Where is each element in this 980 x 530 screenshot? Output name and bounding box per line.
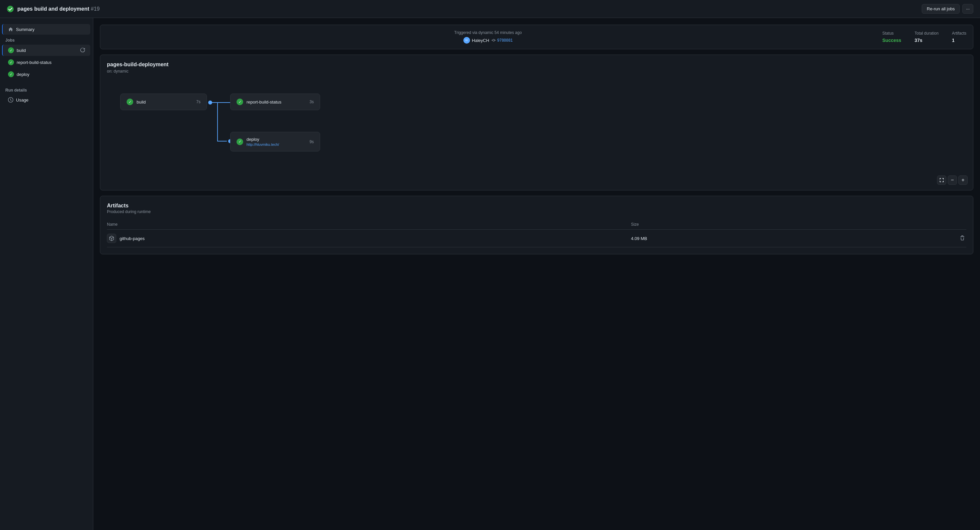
- triggered-label: Triggered via dynamic 54 minutes ago: [454, 30, 522, 35]
- summary-label: Summary: [16, 27, 35, 32]
- rerun-button[interactable]: Re-run all jobs: [922, 4, 960, 14]
- report-node-check: ✓: [237, 98, 243, 105]
- build-status-icon: ✓: [8, 47, 14, 53]
- build-node-check: ✓: [127, 98, 133, 105]
- artifacts-table-header: Name Size: [107, 219, 966, 230]
- artifacts-table: Name Size: [107, 219, 966, 248]
- home-icon: [8, 27, 13, 32]
- deploy-node-time: 9s: [309, 140, 314, 144]
- sidebar-item-summary[interactable]: Summary: [2, 24, 90, 35]
- deploy-node-check: ✓: [237, 138, 243, 145]
- delete-artifact-button[interactable]: [958, 234, 966, 243]
- success-icon: [7, 5, 14, 13]
- duration-value: 37s: [915, 38, 939, 43]
- col-size-header: Size: [631, 219, 855, 230]
- flow-node-deploy[interactable]: ✓ deploy http://hluvmiku.tech/ 9s: [230, 132, 320, 151]
- flow-node-report[interactable]: ✓ report-build-status 3s: [230, 94, 320, 110]
- expand-button[interactable]: [937, 175, 947, 185]
- sidebar-item-deploy[interactable]: ✓ deploy: [3, 68, 90, 80]
- artifact-name-cell: github-pages: [107, 230, 631, 248]
- expand-icon: [939, 178, 944, 182]
- artifacts-count-value: 1: [952, 38, 966, 43]
- status-value: Success: [882, 38, 901, 43]
- table-row: github-pages 4.09 MB: [107, 230, 966, 248]
- zoom-out-button[interactable]: −: [948, 175, 957, 185]
- artifact-actions-cell: [855, 230, 966, 248]
- flow-panel-title: pages-build-deployment: [107, 62, 966, 68]
- duration-section: Total duration 37s: [915, 31, 939, 43]
- sidebar-item-report-label: report-build-status: [17, 60, 52, 65]
- artifacts-subtitle: Produced during runtime: [107, 209, 966, 214]
- status-label: Status: [882, 31, 901, 36]
- sidebar-item-deploy-label: deploy: [17, 72, 29, 77]
- report-status-icon: ✓: [8, 59, 14, 65]
- sidebar: Summary Jobs ✓ build ✓ report-build-stat…: [0, 18, 93, 530]
- sidebar-item-report-build-status[interactable]: ✓ report-build-status: [3, 57, 90, 68]
- artifact-name-row: github-pages: [107, 234, 631, 243]
- build-node-time: 7s: [196, 100, 200, 104]
- build-connector-dot: [208, 100, 212, 105]
- refresh-svg: [80, 48, 85, 52]
- col-actions-header: [855, 219, 966, 230]
- artifact-icon: [107, 234, 116, 243]
- trash-icon: [960, 235, 965, 241]
- artifacts-table-body: github-pages 4.09 MB: [107, 230, 966, 248]
- artifacts-title: Artifacts: [107, 203, 966, 209]
- sidebar-item-build[interactable]: ✓ build: [2, 44, 90, 56]
- zoom-in-button[interactable]: +: [958, 175, 968, 185]
- artifact-size: 4.09 MB: [631, 236, 647, 241]
- zoom-controls: − +: [937, 175, 968, 185]
- status-section: Status Success: [882, 31, 901, 43]
- flow-diagram: ✓ build 7s ✓ report-build-status 3s ✓: [107, 80, 966, 180]
- svg-point-0: [7, 6, 14, 12]
- trigger-section: Triggered via dynamic 54 minutes ago H H…: [107, 30, 869, 44]
- clock-icon: [8, 97, 13, 103]
- actor-name: HaleyCH: [472, 38, 489, 43]
- usage-label: Usage: [16, 98, 29, 103]
- duration-label: Total duration: [915, 31, 939, 36]
- flow-node-build[interactable]: ✓ build 7s: [120, 94, 207, 110]
- minus-icon: −: [951, 178, 954, 183]
- commit-icon: [492, 38, 496, 43]
- artifacts-panel: Artifacts Produced during runtime Name S…: [100, 196, 973, 254]
- refresh-icon[interactable]: [80, 48, 85, 53]
- build-node-label: build: [137, 100, 193, 105]
- info-bar: Triggered via dynamic 54 minutes ago H H…: [100, 25, 973, 49]
- report-node-time: 3s: [309, 100, 314, 104]
- artifact-box-icon: [109, 236, 114, 241]
- commit-hash: 9788881: [497, 38, 513, 43]
- artifact-name: github-pages: [119, 236, 145, 241]
- layout: Summary Jobs ✓ build ✓ report-build-stat…: [0, 18, 980, 530]
- artifact-size-cell: 4.09 MB: [631, 230, 855, 248]
- artifacts-count-label: Artifacts: [952, 31, 966, 36]
- sidebar-item-usage[interactable]: Usage: [3, 95, 90, 105]
- header-left: pages build and deployment #19: [7, 5, 100, 13]
- deploy-link[interactable]: http://hluvmiku.tech/: [247, 143, 306, 146]
- main-content: Triggered via dynamic 54 minutes ago H H…: [93, 18, 980, 530]
- sidebar-item-build-label: build: [17, 48, 25, 53]
- col-name-header: Name: [107, 219, 631, 230]
- actor-row: H HaleyCH 9788881: [463, 37, 513, 44]
- commit-ref: 9788881: [492, 38, 513, 43]
- more-options-button[interactable]: ···: [963, 4, 973, 14]
- run-details-section-label: Run details: [0, 85, 93, 94]
- artifacts-count-section: Artifacts 1: [952, 31, 966, 43]
- plus-icon: +: [961, 178, 964, 183]
- deploy-status-icon: ✓: [8, 71, 14, 77]
- table-header-row: Name Size: [107, 219, 966, 230]
- header: pages build and deployment #19 Re-run al…: [0, 0, 980, 18]
- page-title: pages build and deployment #19: [18, 6, 100, 12]
- flow-panel: pages-build-deployment on: dynamic ✓: [100, 55, 973, 190]
- avatar: H: [463, 37, 470, 44]
- deploy-node-content: deploy http://hluvmiku.tech/: [247, 137, 306, 146]
- deploy-node-label: deploy: [247, 137, 306, 142]
- header-actions: Re-run all jobs ···: [922, 4, 973, 14]
- report-node-label: report-build-status: [247, 100, 306, 105]
- jobs-section-label: Jobs: [0, 35, 93, 44]
- flow-panel-subtitle: on: dynamic: [107, 69, 966, 74]
